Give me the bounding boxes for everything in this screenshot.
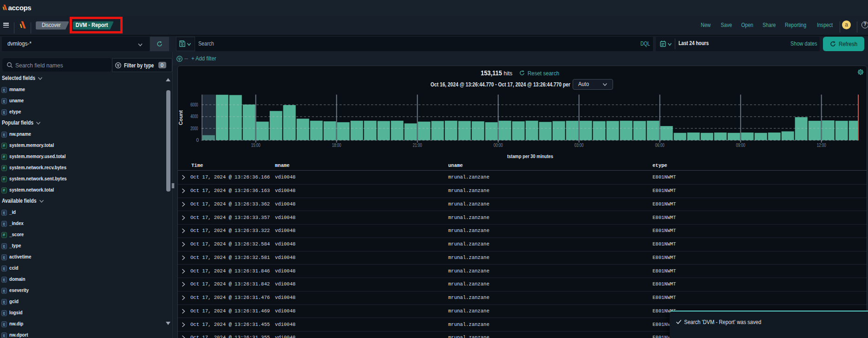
svg-text:0: 0 <box>196 138 199 143</box>
svg-text:09:00: 09:00 <box>736 143 745 148</box>
svg-text:21:00: 21:00 <box>413 143 422 148</box>
svg-text:2000: 2000 <box>190 126 198 131</box>
svg-text:Count: Count <box>178 110 183 125</box>
svg-text:6000: 6000 <box>190 102 198 107</box>
svg-text:06:00: 06:00 <box>655 143 665 148</box>
svg-text:4000: 4000 <box>190 114 198 119</box>
svg-text:12:00: 12:00 <box>817 143 826 148</box>
svg-text:03:00: 03:00 <box>574 143 584 148</box>
svg-text:00:00: 00:00 <box>494 143 503 148</box>
svg-text:18:00: 18:00 <box>332 143 341 148</box>
svg-text:accops: accops <box>8 4 32 12</box>
svg-text:15:00: 15:00 <box>251 143 261 148</box>
